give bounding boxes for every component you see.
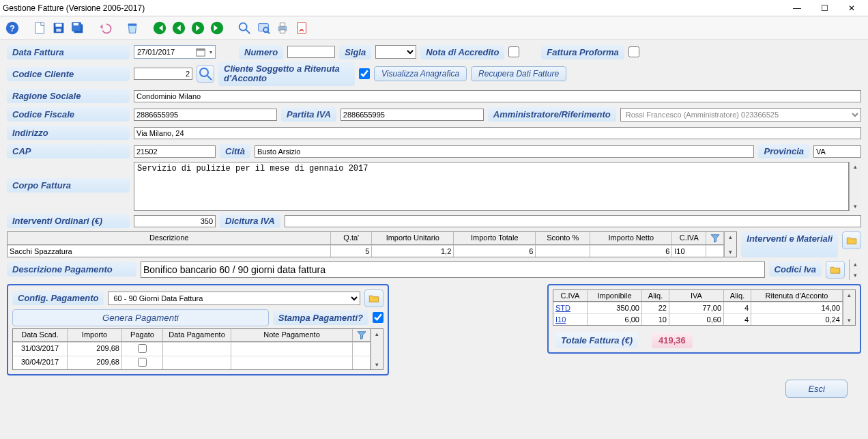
label-provincia: Provincia	[758, 144, 809, 158]
pdf-icon[interactable]	[293, 20, 310, 36]
col-imp-tot: Importo Totale	[454, 232, 536, 244]
window-title: Gestione Fatture (Versione 2006-2017)	[3, 3, 145, 13]
col-imp-unit: Importo Unitario	[372, 232, 454, 244]
vat-scrollbar[interactable]: ▴▾	[843, 290, 855, 325]
interventi-materiali-folder-button[interactable]	[842, 231, 861, 249]
numero-input[interactable]	[287, 46, 335, 58]
vat-table: C.IVA Imponibile Aliq. IVA Aliq. Ritenut…	[553, 289, 856, 326]
svg-rect-9	[128, 23, 137, 25]
label-cap: CAP	[7, 144, 130, 158]
label-sigla: Sigla	[339, 45, 371, 59]
table-row[interactable]: 30/04/2017 209,68	[13, 356, 371, 369]
label-stampa-pagamenti: Stampa Pagamenti?	[273, 311, 368, 325]
window-minimize-button[interactable]: —	[783, 1, 811, 16]
nav-prev-icon[interactable]	[171, 20, 187, 36]
stampa-pagamenti-checkbox[interactable]	[373, 312, 384, 323]
label-partita-iva: Partita IVA	[281, 107, 336, 122]
svg-rect-2	[35, 22, 44, 33]
chevron-down-icon[interactable]: ▾	[207, 49, 215, 55]
nav-last-icon[interactable]	[209, 20, 225, 36]
label-config-pagamento: Config. Pagamento	[12, 291, 104, 305]
descrizione-pagamento-input[interactable]	[141, 261, 765, 278]
filter-icon[interactable]	[706, 232, 724, 244]
toolbar: ?	[0, 16, 868, 40]
help-icon[interactable]: ?	[4, 20, 20, 36]
svg-rect-20	[280, 23, 285, 26]
table-row[interactable]: Sacchi Spazzatura 5 1,2 6 6 I10	[8, 245, 724, 257]
config-pagamento-folder-button[interactable]	[364, 289, 384, 307]
search-icon[interactable]	[236, 20, 252, 36]
cap-input[interactable]	[134, 145, 216, 158]
recupera-dati-button[interactable]: Recupera Dati Fatture	[471, 66, 566, 81]
esci-button[interactable]: Esci	[785, 380, 848, 398]
totale-fattura-value: 419,36	[652, 332, 693, 348]
provincia-input[interactable]	[813, 145, 861, 158]
nav-next-icon[interactable]	[190, 20, 206, 36]
descr-pag-scroll[interactable]: ▴▾	[849, 259, 861, 280]
svg-point-25	[200, 68, 208, 76]
sigla-select[interactable]	[375, 45, 416, 59]
table-row[interactable]: I10 6,00 10 0,60 4 0,24	[553, 313, 843, 325]
amministratore-select[interactable]: Rossi Francesco (Amministratore) 0233665…	[620, 108, 861, 122]
label-ragione-sociale: Ragione Sociale	[7, 89, 130, 103]
textarea-scrollbar[interactable]: ▴▾	[849, 162, 861, 211]
svg-line-18	[267, 31, 270, 33]
ritenuta-checkbox[interactable]	[359, 68, 370, 79]
label-citta: Città	[220, 144, 250, 158]
nota-accredito-checkbox[interactable]	[508, 46, 519, 57]
svg-rect-24	[197, 49, 205, 51]
svg-line-15	[246, 29, 250, 33]
ragione-sociale-input[interactable]	[134, 90, 861, 102]
col-qta: Q.ta'	[331, 232, 372, 244]
pagamento-panel: Config. Pagamento 60 - 90 Giorni Data Fa…	[7, 284, 389, 376]
table-row[interactable]: STD 350,00 22 77,00 4 14,00	[553, 302, 843, 313]
save-icon[interactable]	[50, 20, 67, 36]
genera-pagamenti-button[interactable]: Genera Pagamenti	[12, 309, 269, 326]
undo-icon[interactable]	[97, 20, 113, 36]
new-doc-icon[interactable]	[31, 20, 48, 36]
window-close-button[interactable]: ✕	[838, 1, 865, 16]
lines-scrollbar[interactable]: ▴▾	[724, 232, 736, 257]
label-interventi-ordinari: Interventi Ordinari (€)	[7, 214, 130, 228]
table-row[interactable]: 31/03/2017 209,68	[13, 342, 371, 356]
preview-icon[interactable]	[255, 20, 272, 36]
label-indirizzo: Indirizzo	[7, 126, 130, 140]
codice-cliente-input[interactable]	[134, 68, 192, 80]
printer-icon[interactable]	[274, 20, 291, 36]
col-imp-netto: Importo Netto	[590, 232, 672, 244]
filter-icon[interactable]	[353, 329, 371, 341]
data-fattura-input[interactable]	[134, 46, 196, 58]
config-pagamento-select[interactable]: 60 - 90 Giorni Data Fattura	[108, 292, 360, 305]
label-codice-cliente: Codice Cliente	[7, 67, 130, 81]
corpo-fattura-textarea[interactable]: Servizio di pulizie per il mese di genna…	[134, 162, 849, 211]
pagamenti-table: Data Scad. Importo Pagato Data Pagamento…	[12, 328, 384, 370]
label-codice-fiscale: Codice Fiscale	[7, 107, 130, 122]
pag-scrollbar[interactable]: ▴▾	[371, 329, 383, 369]
label-fattura-proforma: Fattura Proforma	[541, 45, 624, 59]
col-civa: C.IVA	[672, 232, 706, 244]
svg-rect-5	[56, 28, 61, 31]
search-cliente-button[interactable]	[197, 65, 214, 83]
codice-fiscale-input[interactable]	[134, 109, 277, 121]
svg-rect-4	[55, 23, 61, 27]
codici-iva-folder-button[interactable]	[826, 261, 845, 279]
label-interventi-materiali: Interventi e Materiali	[741, 231, 838, 257]
trash-icon[interactable]	[124, 20, 141, 36]
pagato-checkbox[interactable]	[138, 344, 147, 353]
label-dicitura-iva: Dicitura IVA	[220, 214, 280, 228]
indirizzo-input[interactable]	[134, 127, 861, 139]
fattura-proforma-checkbox[interactable]	[628, 46, 639, 57]
totali-panel: C.IVA Imponibile Aliq. IVA Aliq. Ritenut…	[547, 284, 861, 354]
citta-input[interactable]	[255, 145, 755, 158]
date-combo[interactable]: ▾	[134, 45, 216, 59]
dicitura-iva-input[interactable]	[285, 215, 861, 227]
nav-first-icon[interactable]	[151, 20, 168, 36]
interventi-ordinari-input[interactable]	[134, 215, 216, 227]
window-maximize-button[interactable]: ☐	[811, 1, 838, 16]
pagato-checkbox[interactable]	[138, 358, 147, 367]
save-multi-icon[interactable]	[70, 20, 86, 36]
calendar-icon	[196, 47, 205, 57]
label-numero: Numero	[239, 45, 283, 59]
partita-iva-input[interactable]	[341, 109, 484, 121]
visualizza-anagrafica-button[interactable]: Visualizza Anagrafica	[374, 66, 467, 81]
